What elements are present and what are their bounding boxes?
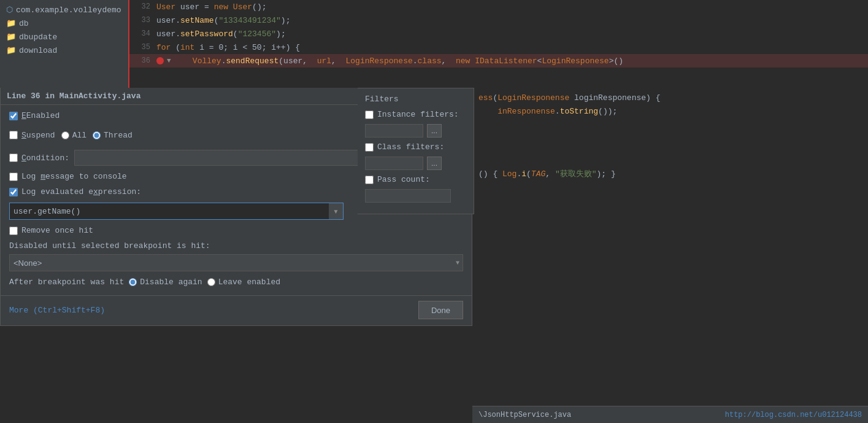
line-content-33: user.setName("13343491234");	[156, 16, 290, 25]
line-num-33: 33	[129, 16, 156, 25]
all-label: All	[72, 131, 86, 140]
right-code-panel: ess(LoginResponense loginResponense) { i…	[472, 88, 868, 423]
leave-enabled-radio[interactable]	[207, 278, 215, 286]
suspend-checkbox[interactable]	[9, 131, 18, 139]
sidebar: ⬡ com.example.volleydemo 📁 db 📁 dbupdate…	[0, 0, 129, 92]
instance-filters-label-row: Instance filters:	[365, 110, 466, 119]
log-message-text: Log message to console	[21, 172, 127, 181]
remove-once-hit-row: Remove once hit	[9, 226, 463, 235]
disabled-until-label: Disabled until selected breakpoint is hi…	[9, 241, 463, 250]
line-num-34: 34	[129, 29, 156, 38]
instance-filters-checkbox-label[interactable]: Instance filters:	[365, 110, 459, 119]
status-file: \JsonHttpService.java	[478, 411, 571, 419]
line-content-35: for (int i = 0; i < 50; i++) {	[156, 43, 300, 52]
suspend-checkbox-label[interactable]: Suspend	[9, 131, 55, 140]
sidebar-divider	[128, 0, 129, 88]
log-message-label[interactable]: Log message to console	[9, 172, 127, 181]
disable-again-radio-label[interactable]: Disable again	[129, 277, 202, 287]
filters-title: Filters	[365, 95, 466, 104]
dialog-title-text: Line 36 in MainActivity.java	[7, 91, 140, 101]
instance-filters-input[interactable]	[365, 124, 423, 138]
right-line-3-content: () { Log.i(TAG, "获取失败"); }	[478, 168, 616, 179]
status-bar: \JsonHttpService.java http://blog.csdn.n…	[472, 406, 868, 423]
sidebar-item-dbupdate[interactable]: 📁 dbupdate	[0, 30, 128, 44]
folder-icon-dbupdate: 📁	[6, 32, 16, 42]
code-line-36: 36 ▼ Volley.sendRequest(user, url, Login…	[129, 54, 868, 68]
thread-radio-label[interactable]: Thread	[93, 131, 133, 140]
code-line-35: 35 for (int i = 0; i < 50; i++) {	[129, 41, 868, 54]
disable-again-radio[interactable]	[129, 278, 137, 286]
line-content-34: user.setPassword("123456");	[156, 29, 286, 39]
line-num-36: 36	[129, 56, 156, 65]
dialog-bottom-bar: More (Ctrl+Shift+F8) Done	[1, 295, 472, 325]
condition-checkbox[interactable]	[9, 153, 18, 162]
all-radio[interactable]	[61, 131, 69, 139]
all-radio-label[interactable]: All	[61, 131, 86, 140]
more-link[interactable]: More (Ctrl+Shift+F8)	[9, 306, 105, 315]
disabled-until-select[interactable]: <None>	[9, 254, 463, 271]
log-expression-label[interactable]: Log evaluated expression:	[9, 187, 141, 196]
right-code-line-1: ess(LoginResponense loginResponense) {	[478, 91, 862, 104]
enabled-label[interactable]: EEnabled	[9, 111, 60, 120]
code-line-34: 34 user.setPassword("123456");	[129, 27, 868, 41]
line-num-32: 32	[129, 2, 156, 11]
instance-filters-input-row: ...	[365, 124, 466, 138]
right-code-content: ess(LoginResponense loginResponense) { i…	[472, 88, 868, 184]
pass-count-input-row	[365, 189, 466, 203]
sidebar-item-db[interactable]: 📁 db	[0, 17, 128, 30]
remove-once-hit-label[interactable]: Remove once hit	[9, 226, 93, 235]
expression-dropdown-button[interactable]: ▼	[329, 203, 344, 220]
right-line-2-content: inResponense.toString());	[478, 107, 617, 116]
folder-icon-download: 📁	[6, 45, 16, 55]
instance-filters-dots-button[interactable]: ...	[427, 124, 442, 138]
pass-count-checkbox[interactable]	[365, 176, 374, 184]
right-line-1-content: ess(LoginResponense loginResponense) {	[478, 93, 660, 103]
expression-input[interactable]	[9, 203, 344, 220]
remove-once-hit-checkbox[interactable]	[9, 227, 18, 235]
enabled-checkbox[interactable]	[9, 112, 18, 120]
thread-radio[interactable]	[93, 131, 101, 139]
class-filters-input-row: ...	[365, 157, 466, 170]
class-filters-checkbox[interactable]	[365, 143, 374, 152]
log-message-checkbox[interactable]	[9, 173, 18, 181]
class-filters-dots-button[interactable]: ...	[427, 157, 442, 170]
code-line-33: 33 user.setName("13343491234");	[129, 14, 868, 27]
leave-enabled-radio-label[interactable]: Leave enabled	[207, 277, 280, 287]
class-filters-input[interactable]	[365, 157, 423, 170]
done-button[interactable]: Done	[418, 301, 463, 319]
right-code-line-3: () { Log.i(TAG, "获取失败"); }	[478, 167, 862, 180]
disabled-until-section: Disabled until selected breakpoint is hi…	[9, 241, 463, 271]
db-label: db	[19, 19, 29, 28]
code-line-32: 32 User user = new User();	[129, 0, 868, 14]
folder-icon-db: 📁	[6, 18, 16, 28]
pass-count-checkbox-label[interactable]: Pass count:	[365, 175, 430, 184]
line-content-32: User user = new User();	[156, 2, 266, 12]
download-label: download	[19, 46, 57, 55]
instance-filters-text: Instance filters:	[377, 110, 459, 119]
sidebar-item-package[interactable]: ⬡ com.example.volleydemo	[0, 3, 128, 17]
condition-checkbox-label[interactable]: Condition:	[9, 153, 69, 163]
remove-once-hit-text: Remove once hit	[21, 226, 93, 235]
sidebar-item-download[interactable]: 📁 download	[0, 44, 128, 57]
log-expression-text: Log evaluated expression:	[21, 187, 141, 196]
instance-filters-checkbox[interactable]	[365, 111, 374, 119]
condition-text: Condition:	[21, 153, 69, 163]
log-expression-checkbox[interactable]	[9, 188, 18, 196]
line-content-36: Volley.sendRequest(user, url, LoginRespo…	[174, 56, 623, 66]
dbupdate-label: dbupdate	[19, 33, 57, 42]
after-breakpoint-row: After breakpoint was hit Disable again L…	[9, 277, 463, 287]
pass-count-input[interactable]	[365, 189, 451, 203]
status-url: http://blog.csdn.net/u012124438	[725, 411, 862, 419]
filters-panel: Filters Instance filters: ... Class filt…	[358, 88, 474, 214]
right-code-line-2: inResponense.toString());	[478, 104, 862, 118]
class-filters-label-row: Class filters:	[365, 142, 466, 152]
disabled-until-row: <None>	[9, 254, 463, 271]
class-filters-section: Class filters: ...	[365, 142, 466, 170]
enabled-label-text: Enabled	[26, 111, 60, 120]
pass-count-section: Pass count:	[365, 175, 466, 203]
class-filters-checkbox-label[interactable]: Class filters:	[365, 142, 444, 152]
leave-enabled-label: Leave enabled	[218, 277, 280, 287]
suspend-text: Suspend	[21, 131, 55, 140]
pass-count-text: Pass count:	[377, 175, 430, 184]
thread-label: Thread	[104, 131, 133, 140]
